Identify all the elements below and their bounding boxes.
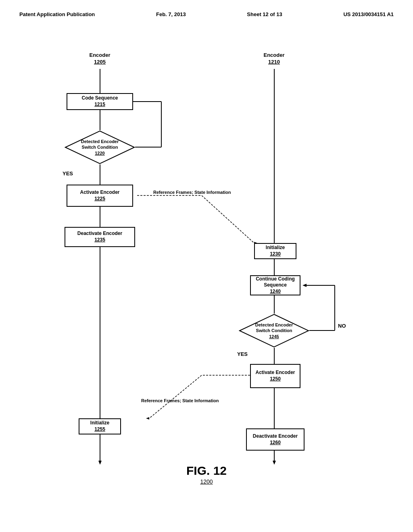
yes-label-1220: YES xyxy=(63,170,73,177)
deactivate-encoder-1235: Deactivate Encoder 1235 xyxy=(65,227,135,247)
detected-1220: Detected Encoder Switch Condition 1220 xyxy=(65,130,135,164)
continue-coding-1240: Continue CodingSequence 1240 xyxy=(250,275,300,295)
detected-1245: Detected Encoder Switch Condition 1245 xyxy=(239,314,309,348)
code-sequence-1215: Code Sequence 1215 xyxy=(67,93,133,110)
svg-marker-17 xyxy=(302,284,307,287)
activate-encoder-1225: Activate Encoder 1225 xyxy=(67,185,133,207)
svg-line-9 xyxy=(202,195,254,243)
yes-label-1245: YES xyxy=(237,351,248,357)
initialize-1255: Initialize 1255 xyxy=(79,418,121,434)
diagram-area: Encoder 1205 Encoder 1210 Code Sequence … xyxy=(0,25,413,501)
header-date: Feb. 7, 2013 xyxy=(156,11,186,17)
activate-encoder-1250: Activate Encoder 1250 xyxy=(250,364,300,388)
no-label-1245: NO xyxy=(338,323,346,329)
encoder-1205: Encoder 1205 xyxy=(77,49,123,69)
header-left: Patent Application Publication xyxy=(19,11,95,17)
svg-marker-27 xyxy=(273,461,276,465)
flow-lines xyxy=(0,25,413,501)
svg-line-20 xyxy=(149,375,202,418)
figure-label: FIG. 12 1200 xyxy=(186,464,227,485)
header-patent: US 2013/0034151 A1 xyxy=(343,11,394,17)
svg-marker-25 xyxy=(98,461,102,465)
deactivate-encoder-1260: Deactivate Encoder 1260 xyxy=(246,428,305,451)
ref-frames-2: Reference Frames; State Information xyxy=(141,398,219,403)
initialize-1230: Initialize 1230 xyxy=(254,243,296,259)
encoder-1210: Encoder 1210 xyxy=(251,49,297,69)
header-sheet: Sheet 12 of 13 xyxy=(247,11,282,17)
svg-marker-21 xyxy=(146,417,149,420)
page-header: Patent Application Publication Feb. 7, 2… xyxy=(0,0,413,21)
ref-frames-1: Reference Frames; State Information xyxy=(153,190,231,195)
